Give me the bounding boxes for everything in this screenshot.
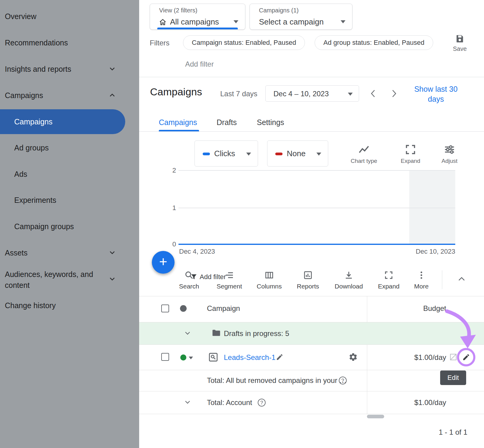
metric-secondary-value: None (287, 149, 306, 158)
filter-funnel-icon (190, 273, 198, 281)
sidebar-item-ad-groups[interactable]: Ad groups (14, 143, 49, 152)
sidebar-item-assets[interactable]: Assets (5, 249, 28, 257)
date-range-picker[interactable]: Dec 4 – 10, 2023 (265, 85, 359, 102)
metric-color-swatch-red (275, 153, 283, 155)
view-selector-value: All campaigns (170, 17, 219, 27)
help-icon[interactable]: ? (258, 399, 266, 407)
drafts-group-row[interactable]: Drafts in progress: 5 (139, 322, 484, 345)
edit-tooltip: Edit (440, 371, 466, 385)
columns-icon (264, 270, 274, 280)
gear-icon[interactable] (348, 352, 358, 362)
view-selector-active-underline (157, 28, 238, 29)
total-account-row: Total: Account ? $1.00/day (139, 391, 484, 414)
sidebar-item-label: Campaigns (14, 117, 52, 126)
campaign-search-icon (208, 352, 218, 362)
chevron-up-icon[interactable] (108, 91, 117, 100)
chart-adjust-button[interactable]: Adjust (437, 143, 462, 164)
metric-primary-value: Clicks (214, 149, 235, 158)
pagination-status: 1 - 1 of 1 (419, 428, 467, 436)
show-last-30-days-link[interactable]: Show last 30 days (411, 84, 461, 104)
tab-campaigns[interactable]: Campaigns (159, 118, 197, 127)
chevron-down-icon[interactable] (108, 274, 117, 283)
chart-expand-button[interactable]: Expand (398, 143, 423, 164)
chart-expand-label: Expand (398, 158, 423, 164)
chart-type-button[interactable]: Chart type (346, 143, 382, 164)
chevron-down-icon[interactable] (183, 329, 192, 338)
campaign-table-row[interactable]: Leads-Search-1 $1.00/day (139, 345, 484, 370)
select-all-checkbox[interactable] (161, 305, 169, 312)
sidebar-item-ads[interactable]: Ads (14, 170, 27, 179)
filter-chip-campaign-status[interactable]: Campaign status: Enabled, Paused (183, 35, 305, 50)
sidebar-item-change-history[interactable]: Change history (5, 301, 56, 310)
chevron-left-icon[interactable] (368, 88, 379, 99)
columns-button[interactable]: Columns (253, 270, 286, 290)
chevron-right-icon[interactable] (388, 88, 400, 99)
campaign-selector-label: Campaigns (1) (259, 7, 299, 14)
chart-series-line-clicks (178, 244, 455, 245)
sidebar-item-campaigns-parent[interactable]: Campaigns (5, 91, 43, 100)
edit-pencil-icon[interactable] (276, 353, 283, 361)
save-button[interactable]: Save (448, 34, 471, 52)
save-icon (455, 34, 465, 44)
status-caret-down-icon[interactable] (189, 357, 193, 359)
divider (442, 270, 442, 289)
view-selector[interactable]: View (2 filters) All campaigns (150, 4, 245, 30)
caret-down-icon (246, 153, 251, 156)
line-chart-icon (358, 143, 370, 156)
sidebar: Overview Recommendations Insights and re… (0, 0, 139, 448)
more-icon (417, 270, 426, 280)
campaign-budget-value: $1.00/day (396, 353, 446, 362)
chart-metric-primary-dropdown[interactable]: Clicks (195, 140, 258, 166)
sidebar-item-experiments[interactable]: Experiments (14, 196, 56, 205)
tab-drafts[interactable]: Drafts (217, 118, 237, 127)
more-button[interactable]: More (405, 270, 438, 290)
chevron-down-icon[interactable] (108, 248, 117, 257)
filter-chip-ad-group-status[interactable]: Ad group status: Enabled, Paused (315, 35, 433, 50)
help-icon[interactable]: ? (339, 377, 347, 384)
expand-button[interactable]: Expand (372, 270, 405, 290)
add-filter-button[interactable]: Add filter (190, 273, 226, 281)
total-filtered-label: Total: All but removed campaigns in your… (207, 376, 347, 385)
sidebar-item-campaigns-selected[interactable]: Campaigns (0, 109, 125, 134)
chevron-down-icon[interactable] (108, 64, 117, 73)
reports-button[interactable]: Reports (291, 270, 325, 290)
campaign-status-dot-enabled[interactable] (180, 354, 186, 361)
x-axis-label-start: Dec 4, 2023 (179, 248, 215, 255)
sidebar-item-insights-and-reports[interactable]: Insights and reports (5, 65, 71, 74)
sidebar-item-overview[interactable]: Overview (5, 12, 36, 21)
edit-budget-pencil-icon[interactable] (462, 353, 470, 361)
expand-icon (404, 143, 417, 156)
divider (139, 131, 484, 132)
segment-label: Segment (213, 283, 246, 290)
total-account-label: Total: Account (207, 398, 252, 407)
chart-metric-secondary-dropdown[interactable]: None (267, 140, 328, 166)
chevron-down-icon[interactable] (183, 398, 192, 407)
column-header-budget[interactable]: Budget (396, 304, 446, 313)
sidebar-item-campaign-groups[interactable]: Campaign groups (14, 222, 74, 231)
reports-label: Reports (291, 283, 325, 290)
caret-down-icon (348, 93, 353, 96)
campaign-selector-value: Select a campaign (259, 17, 324, 27)
y-axis-tick: 1 (167, 204, 176, 212)
new-campaign-fab-button[interactable]: + (152, 251, 175, 274)
collapse-icon[interactable] (456, 274, 467, 285)
row-checkbox[interactable] (161, 353, 169, 361)
campaign-selector[interactable]: Campaigns (1) Select a campaign (250, 4, 352, 30)
x-axis-label-end: Dec 10, 2023 (413, 248, 455, 255)
sidebar-item-audiences-keywords-content[interactable]: Audiences, keywords, and content (5, 269, 105, 291)
campaign-name-link[interactable]: Leads-Search-1 (224, 353, 276, 362)
tab-settings[interactable]: Settings (257, 118, 284, 127)
main-content: View (2 filters) All campaigns Campaigns… (139, 0, 484, 448)
download-button[interactable]: Download (332, 270, 365, 290)
columns-label: Columns (253, 283, 286, 290)
page-title: Campaigns (150, 86, 202, 98)
column-header-campaign[interactable]: Campaign (207, 304, 240, 313)
horizontal-scrollbar[interactable] (367, 415, 384, 418)
folder-icon (212, 329, 221, 337)
caret-down-icon (341, 20, 345, 23)
drafts-group-label: Drafts in progress: 5 (224, 329, 289, 338)
sidebar-item-recommendations[interactable]: Recommendations (5, 38, 68, 47)
y-axis-tick: 0 (167, 240, 176, 248)
reports-icon (303, 270, 313, 280)
add-filter-link[interactable]: Add filter (185, 60, 214, 68)
